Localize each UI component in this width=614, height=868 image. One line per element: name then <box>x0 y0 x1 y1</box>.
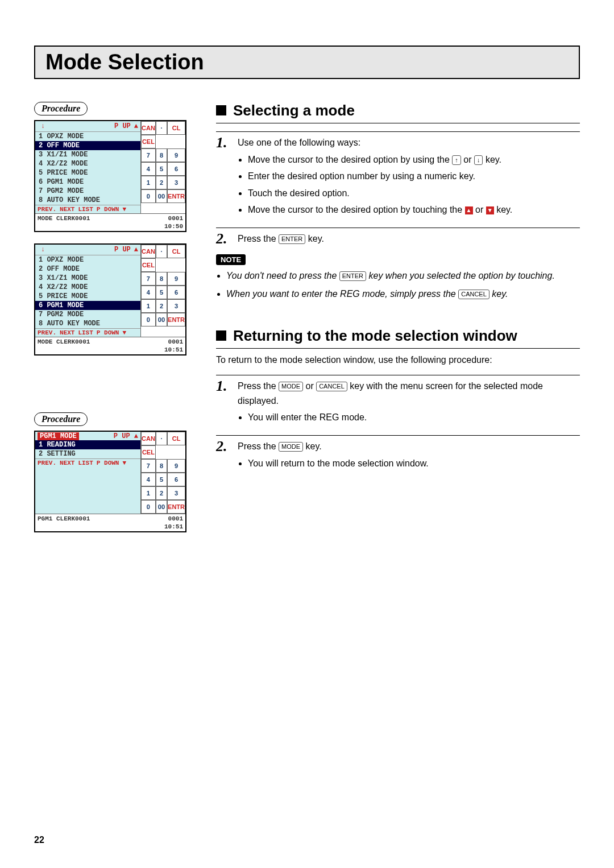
keypad-key[interactable]: 9 <box>167 459 185 473</box>
keypad-key[interactable]: 7 <box>141 148 156 162</box>
keypad-key[interactable]: 5 <box>156 286 167 299</box>
keypad-key[interactable]: 9 <box>167 148 185 162</box>
list-item[interactable]: 3 X1/Z1 MODE <box>35 150 140 159</box>
keypad-key[interactable]: 9 <box>167 272 185 286</box>
step1-bullet2: Enter the desired option number by using… <box>248 169 580 184</box>
keypad-key[interactable]: 4 <box>141 286 156 299</box>
keypad-key[interactable]: 8 <box>156 272 167 286</box>
keypad-key[interactable]: CL <box>167 245 185 258</box>
keypad-key[interactable]: 6 <box>167 286 185 299</box>
keypad-key[interactable]: 7 <box>141 272 156 286</box>
screen-softkey[interactable]: LIST <box>78 206 93 213</box>
square-bullet-icon <box>216 105 226 115</box>
step-number-2: 2. <box>216 232 232 246</box>
up-key-icon: ↑ <box>452 155 461 165</box>
keypad-key[interactable]: CEL <box>141 135 156 148</box>
mode-key-icon-2: MODE <box>279 442 303 452</box>
keypad-key[interactable]: 8 <box>156 148 167 162</box>
note1: You don't need to press the ENTER key wh… <box>226 268 580 283</box>
keypad-key[interactable]: 00 <box>156 500 167 514</box>
keypad-key[interactable]: 1 <box>141 486 156 500</box>
keypad-key[interactable]: 2 <box>156 486 167 500</box>
list-item[interactable]: 5 PRICE MODE <box>35 168 140 177</box>
keypad-key[interactable]: · <box>156 121 167 135</box>
keypad-key[interactable]: 00 <box>156 313 167 326</box>
keypad-key[interactable]: 6 <box>167 473 185 486</box>
list-item[interactable]: 1 READING <box>35 440 140 449</box>
list-item[interactable]: 4 X2/Z2 MODE <box>35 159 140 168</box>
section1-step2: 2. Press the ENTER key. <box>216 228 580 246</box>
keypad-key[interactable]: ENTR <box>167 189 185 203</box>
screen-softkey[interactable]: ▼ <box>122 329 126 336</box>
keypad-key[interactable]: CEL <box>141 445 156 459</box>
keypad-key[interactable]: CL <box>167 121 185 135</box>
screen-softkey[interactable]: NEXT <box>60 206 74 213</box>
keypad-key[interactable]: CL <box>167 432 185 445</box>
keypad-key[interactable]: 2 <box>156 176 167 189</box>
keypad-key[interactable]: 5 <box>156 473 167 486</box>
keypad-key[interactable]: CAN <box>141 432 156 445</box>
step1-bullet3: Touch the desired option. <box>248 186 580 201</box>
keypad-key[interactable]: 3 <box>167 486 185 500</box>
list-item[interactable]: 1 OPXZ MODE <box>35 255 140 264</box>
screen-softkey[interactable]: PREV. <box>38 460 56 466</box>
list-item[interactable]: 2 OFF MODE <box>35 141 140 150</box>
keypad-key[interactable]: CAN <box>141 245 156 258</box>
note-label: NOTE <box>216 254 246 265</box>
list-item[interactable]: 4 X2/Z2 MODE <box>35 283 140 292</box>
procedure-label-2: Procedure <box>34 412 88 426</box>
cancel-key-icon: CANCEL <box>458 290 489 299</box>
note2: When you want to enter the REG mode, sim… <box>226 287 580 301</box>
list-item[interactable]: 3 X1/Z1 MODE <box>35 274 140 283</box>
screen-softkey[interactable]: PREV. <box>38 206 56 213</box>
screen-softkey[interactable]: P DOWN <box>97 206 119 213</box>
list-item[interactable]: 2 SETTING <box>35 449 140 458</box>
list-item[interactable]: 2 OFF MODE <box>35 264 140 274</box>
list-item[interactable]: 6 PGM1 MODE <box>35 301 140 310</box>
list-item[interactable]: 6 PGM1 MODE <box>35 177 140 187</box>
screen-mock-3: PGM1 MODEP UP ▲1 READING2 SETTINGPREV.NE… <box>34 431 186 532</box>
keypad-key[interactable]: ENTR <box>167 500 185 514</box>
screen-softkey[interactable]: NEXT <box>60 460 74 466</box>
screen-softkey[interactable]: ▼ <box>122 206 126 213</box>
keypad-key[interactable]: · <box>156 432 167 445</box>
keypad-key[interactable]: 7 <box>141 459 156 473</box>
section1-step1: 1. Use one of the following ways: Move t… <box>216 131 580 220</box>
keypad-key[interactable]: 0 <box>141 189 156 203</box>
keypad-key[interactable]: CAN <box>141 121 156 135</box>
keypad-key[interactable]: 5 <box>156 162 167 176</box>
step-number-2b: 2. <box>216 439 232 473</box>
keypad-key[interactable]: 8 <box>156 459 167 473</box>
keypad-key[interactable]: 2 <box>156 299 167 313</box>
keypad-key[interactable]: 00 <box>156 189 167 203</box>
screen-softkey[interactable]: PREV. <box>38 329 56 336</box>
keypad-key[interactable]: 0 <box>141 500 156 514</box>
page-title: Mode Selection <box>34 46 580 79</box>
list-item[interactable]: 7 PGM2 MODE <box>35 310 140 319</box>
screen-softkey[interactable]: P DOWN <box>97 460 119 466</box>
step1-intro: Use one of the following ways: <box>238 138 360 147</box>
list-item[interactable]: 8 AUTO KEY MODE <box>35 319 140 328</box>
screen-softkey[interactable]: LIST <box>78 460 93 466</box>
list-item[interactable]: 5 PRICE MODE <box>35 292 140 301</box>
keypad-key[interactable]: 6 <box>167 162 185 176</box>
list-item[interactable]: 7 PGM2 MODE <box>35 187 140 196</box>
screen-softkey[interactable]: LIST <box>78 329 93 336</box>
keypad-key[interactable]: · <box>156 245 167 258</box>
keypad-key[interactable]: 1 <box>141 299 156 313</box>
list-item[interactable]: 8 AUTO KEY MODE <box>35 196 140 205</box>
screen-softkey[interactable]: P DOWN <box>97 329 119 336</box>
keypad-key[interactable]: CEL <box>141 258 156 272</box>
keypad-key[interactable]: 0 <box>141 313 156 326</box>
keypad-key[interactable]: 4 <box>141 162 156 176</box>
screen-softkey[interactable]: ▼ <box>122 460 126 466</box>
keypad-key[interactable]: 4 <box>141 473 156 486</box>
keypad-key[interactable]: 3 <box>167 176 185 189</box>
step-number-1b: 1. <box>216 379 232 427</box>
screen-softkey[interactable]: NEXT <box>60 329 74 336</box>
square-bullet-icon-2 <box>216 330 226 341</box>
keypad-key[interactable]: ENTR <box>167 313 185 326</box>
keypad-key[interactable]: 1 <box>141 176 156 189</box>
list-item[interactable]: 1 OPXZ MODE <box>35 132 140 141</box>
keypad-key[interactable]: 3 <box>167 299 185 313</box>
